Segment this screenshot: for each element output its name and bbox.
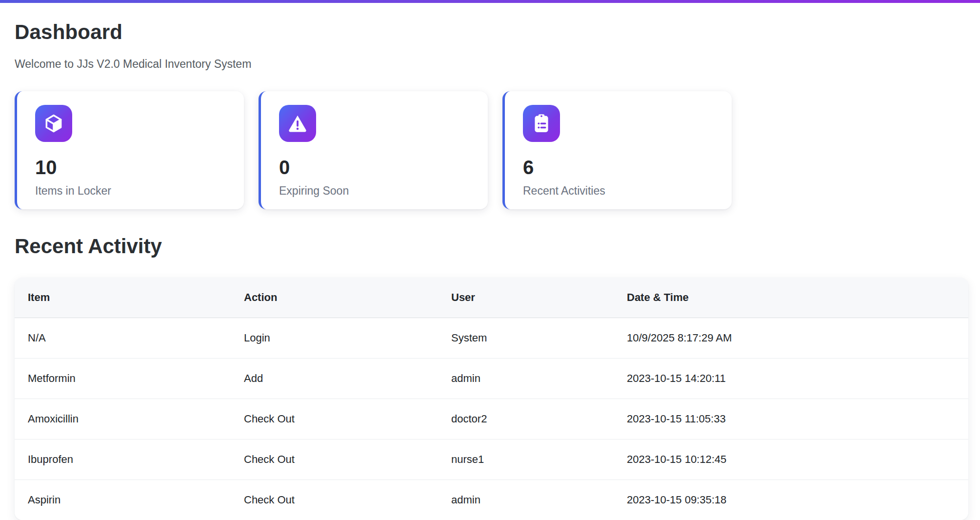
- box-icon: [35, 105, 72, 142]
- recent-activity-table: Item Action User Date & Time N/A Login S…: [15, 278, 968, 520]
- table-row: Amoxicillin Check Out doctor2 2023-10-15…: [15, 399, 968, 440]
- cell-date-time: 2023-10-15 14:20:11: [614, 359, 968, 399]
- clipboard-list-icon: [523, 105, 560, 142]
- cell-user: admin: [438, 359, 614, 399]
- cell-item: N/A: [15, 318, 231, 359]
- column-header-user: User: [438, 278, 614, 318]
- stat-card-recent-activities: 6 Recent Activities: [502, 91, 732, 209]
- cell-date-time: 2023-10-15 10:12:45: [614, 440, 968, 480]
- cell-action: Add: [231, 359, 438, 399]
- stat-value: 10: [35, 157, 244, 179]
- stat-label: Expiring Soon: [279, 184, 488, 198]
- cell-date-time: 2023-10-15 09:35:18: [614, 480, 968, 520]
- column-header-item: Item: [15, 278, 231, 318]
- cell-user: doctor2: [438, 399, 614, 440]
- cell-action: Login: [231, 318, 438, 359]
- table-header-row: Item Action User Date & Time: [15, 278, 968, 318]
- stat-card-items-in-locker: 10 Items in Locker: [15, 91, 244, 209]
- recent-activity-table-card: Item Action User Date & Time N/A Login S…: [15, 278, 968, 520]
- table-row: Aspirin Check Out admin 2023-10-15 09:35…: [15, 480, 968, 520]
- table-row: Metformin Add admin 2023-10-15 14:20:11: [15, 359, 968, 399]
- cell-action: Check Out: [231, 480, 438, 520]
- column-header-date-time: Date & Time: [614, 278, 968, 318]
- cell-item: Ibuprofen: [15, 440, 231, 480]
- cell-item: Aspirin: [15, 480, 231, 520]
- column-header-action: Action: [231, 278, 438, 318]
- stat-label: Items in Locker: [35, 184, 244, 198]
- recent-activity-heading: Recent Activity: [15, 235, 968, 258]
- cell-user: System: [438, 318, 614, 359]
- page-subtitle: Welcome to JJs V2.0 Medical Inventory Sy…: [15, 58, 968, 71]
- cell-action: Check Out: [231, 440, 438, 480]
- cell-date-time: 2023-10-15 11:05:33: [614, 399, 968, 440]
- stat-value: 0: [279, 157, 488, 179]
- cell-item: Metformin: [15, 359, 231, 399]
- cell-action: Check Out: [231, 399, 438, 440]
- stat-cards-row: 10 Items in Locker 0 Expiring Soon: [15, 91, 968, 209]
- stat-label: Recent Activities: [523, 184, 732, 198]
- table-row: Ibuprofen Check Out nurse1 2023-10-15 10…: [15, 440, 968, 480]
- cell-item: Amoxicillin: [15, 399, 231, 440]
- warning-icon: [279, 105, 316, 142]
- main-content: Dashboard Welcome to JJs V2.0 Medical In…: [0, 3, 980, 520]
- cell-user: nurse1: [438, 440, 614, 480]
- page-title: Dashboard: [15, 20, 968, 44]
- cell-user: admin: [438, 480, 614, 520]
- table-row: N/A Login System 10/9/2025 8:17:29 AM: [15, 318, 968, 359]
- stat-value: 6: [523, 157, 732, 179]
- cell-date-time: 10/9/2025 8:17:29 AM: [614, 318, 968, 359]
- stat-card-expiring-soon: 0 Expiring Soon: [259, 91, 488, 209]
